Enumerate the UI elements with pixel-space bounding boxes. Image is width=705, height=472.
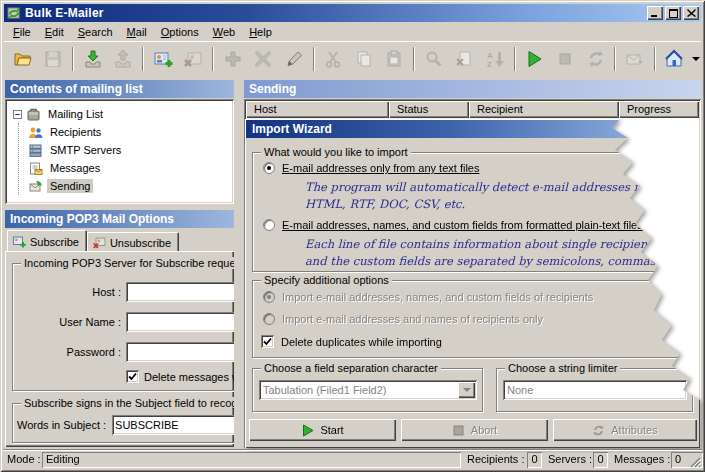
column-status[interactable]: Status <box>389 101 469 118</box>
minimize-button[interactable] <box>647 6 663 20</box>
host-label: Host : <box>17 286 121 298</box>
remove-contact-button[interactable] <box>179 44 209 74</box>
copy-button[interactable] <box>349 44 379 74</box>
tab-unsubscribe[interactable]: Unsubscribe <box>87 232 179 251</box>
radio-import-all-fields: Import e-mail addresses, names, and cust… <box>263 291 593 303</box>
find-button[interactable] <box>419 44 449 74</box>
servers-count: 0 <box>593 452 608 468</box>
host-field[interactable] <box>126 282 234 302</box>
additional-options-group: Specify additional options Import e-mail… <box>252 280 693 358</box>
app-icon <box>7 6 22 21</box>
user-name-field[interactable] <box>126 312 234 332</box>
tree-root-mailing-list[interactable]: − Mailing List <box>13 105 230 123</box>
sending-icon <box>28 179 43 194</box>
menu-file[interactable]: File <box>6 24 38 40</box>
column-progress[interactable]: Progress <box>619 101 699 118</box>
stop-button[interactable] <box>550 44 580 74</box>
servers-label: Servers : <box>548 453 592 469</box>
subscribe-tab-panel: Incoming POP3 Server for Subscribe reque… <box>5 251 234 447</box>
sort-button[interactable]: AZ <box>480 44 510 74</box>
sending-column-headers: Host Status Recipient Progress <box>246 101 699 118</box>
maximize-button[interactable] <box>665 6 681 20</box>
edit-button[interactable] <box>279 44 309 74</box>
tab-subscribe[interactable]: Subscribe <box>7 230 87 251</box>
add-button[interactable] <box>218 44 248 74</box>
import-button[interactable] <box>78 44 108 74</box>
words-in-subject-field[interactable] <box>112 415 234 435</box>
stop-icon <box>452 424 465 437</box>
column-host[interactable]: Host <box>246 101 389 118</box>
edit-icon <box>284 49 304 69</box>
close-button[interactable] <box>683 6 699 20</box>
import-type-group: What would you like to import E-mail add… <box>252 152 693 272</box>
paste-button[interactable] <box>380 44 410 74</box>
password-label: Password : <box>17 346 121 358</box>
add-contact-button[interactable] <box>148 44 178 74</box>
menu-help[interactable]: Help <box>242 24 279 40</box>
pop3-panel-header: Incoming POP3 Mail Options <box>5 210 234 228</box>
toolbar-separator <box>209 47 217 71</box>
home-dropdown-arrow[interactable] <box>690 44 701 74</box>
save-button[interactable] <box>39 44 69 74</box>
resize-grip[interactable] <box>688 455 701 468</box>
radio-unselected-icon <box>263 219 275 231</box>
message-icon <box>28 161 43 176</box>
save-icon <box>43 49 63 69</box>
words-in-subject-label: Words in Subject : <box>17 419 106 431</box>
password-field[interactable] <box>126 342 234 362</box>
radio-disabled-selected-icon <box>263 291 275 303</box>
resume-icon <box>586 49 606 69</box>
remove-duplicates-button[interactable] <box>450 44 480 74</box>
user-name-label: User Name : <box>17 316 121 328</box>
start-button[interactable] <box>520 44 550 74</box>
combo-dropdown-icon[interactable] <box>458 382 475 398</box>
messages-label: Messages : <box>614 453 670 469</box>
delete-messages-checkbox[interactable]: Delete messages when done <box>126 370 234 383</box>
menu-mail[interactable]: Mail <box>120 24 154 40</box>
svg-text:A: A <box>487 51 493 60</box>
radio-import-formatted-files[interactable]: E-mail addresses, names, and custom fiel… <box>263 219 643 231</box>
collapse-icon[interactable]: − <box>13 110 22 119</box>
recipients-icon <box>28 125 43 140</box>
string-limiter-group: Choose a string limiter None <box>496 368 693 412</box>
cut-button[interactable] <box>319 44 349 74</box>
menu-options[interactable]: Options <box>154 24 206 40</box>
wizard-abort-button: Abort <box>401 419 548 441</box>
delete-duplicates-checkbox[interactable]: Delete duplicates while importing <box>261 335 442 348</box>
find-icon <box>424 49 444 69</box>
open-button[interactable] <box>8 44 38 74</box>
checkbox-checked-icon <box>126 370 139 383</box>
tree-item-sending[interactable]: Sending <box>28 177 230 195</box>
add-icon <box>223 49 243 69</box>
status-bar: Mode : Editing Recipients : 0 Servers : … <box>3 449 702 469</box>
remove-duplicates-icon <box>454 49 474 69</box>
menu-web[interactable]: Web <box>206 24 242 40</box>
string-limiter-field[interactable]: None <box>503 380 687 400</box>
subscribe-icon <box>13 235 26 248</box>
menu-edit[interactable]: Edit <box>38 24 71 40</box>
column-recipient[interactable]: Recipient <box>469 101 619 118</box>
home-button[interactable] <box>660 44 690 74</box>
wizard-start-button[interactable]: Start <box>249 419 396 441</box>
mailing-list-tree: − Mailing List Recipients SMTP Servers M… <box>5 99 234 204</box>
tree-item-smtp-servers[interactable]: SMTP Servers <box>28 141 230 159</box>
menu-search[interactable]: Search <box>71 24 120 40</box>
pop3-tabs: Subscribe Unsubscribe <box>5 230 179 251</box>
send-mail-icon <box>625 49 645 69</box>
import-wizard-dialog: Import Wizard What would you like to imp… <box>245 119 700 448</box>
toolbar-separator <box>410 47 418 71</box>
svg-text:Z: Z <box>487 60 492 69</box>
export-button[interactable] <box>109 44 139 74</box>
field-separator-combo[interactable]: Tabulation (Filed1 Field2) <box>259 380 477 400</box>
tree-item-recipients[interactable]: Recipients <box>28 123 230 141</box>
toolbar-separator <box>511 47 519 71</box>
checkbox-checked-icon <box>261 335 274 348</box>
radio-import-text-files[interactable]: E-mail addresses only from any text file… <box>263 162 479 174</box>
resume-button[interactable] <box>581 44 611 74</box>
mailing-list-icon <box>26 107 41 122</box>
wizard-title-bar: Import Wizard <box>246 120 699 138</box>
remove-contact-icon <box>183 49 203 69</box>
tree-item-messages[interactable]: Messages <box>28 159 230 177</box>
delete-button[interactable] <box>249 44 279 74</box>
send-mail-button[interactable] <box>620 44 650 74</box>
